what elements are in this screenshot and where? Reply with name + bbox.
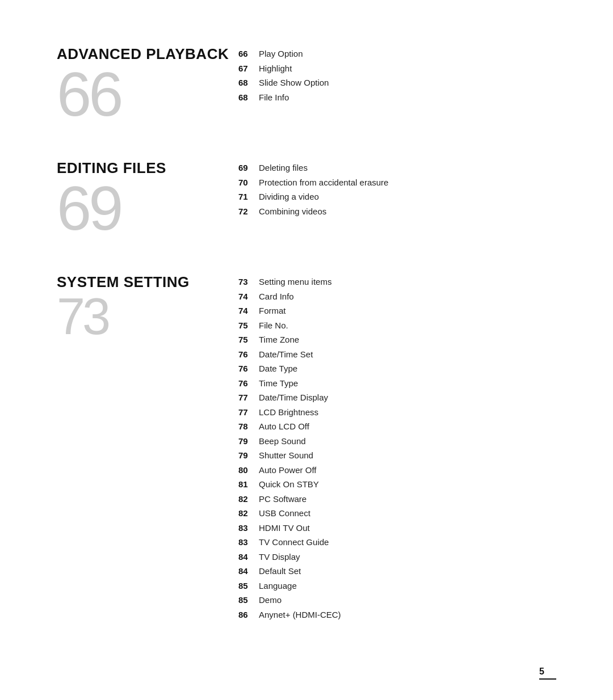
toc-num: 74: [238, 306, 259, 315]
toc-num: 79: [238, 450, 259, 460]
section-right-system-setting: 73 Setting menu items 74 Card Info 74 Fo…: [238, 273, 556, 623]
toc-text: File Info: [259, 91, 289, 104]
toc-entry: 68 Slide Show Option: [238, 77, 556, 90]
toc-text: Auto LCD Off: [259, 420, 309, 433]
toc-text: Play Option: [259, 48, 303, 61]
toc-text: Time Type: [259, 377, 298, 390]
toc-entry: 76 Date Type: [238, 362, 556, 376]
toc-num: 69: [238, 163, 259, 172]
toc-entry: 75 File No.: [238, 319, 556, 332]
toc-text: File No.: [259, 319, 288, 332]
toc-num: 85: [238, 595, 259, 605]
toc-entry: 79 Shutter Sound: [238, 449, 556, 462]
toc-text: Highlight: [259, 62, 292, 75]
toc-num: 78: [238, 421, 259, 431]
section-left-editing-files: EDITING FILES 69: [57, 159, 238, 239]
toc-num: 68: [238, 78, 259, 87]
toc-entry: 66 Play Option: [238, 48, 556, 61]
toc-num: 77: [238, 393, 259, 402]
toc-entry: 83 HDMI TV Out: [238, 522, 556, 535]
toc-text: TV Display: [259, 551, 300, 564]
section-advanced-playback: ADVANCED PLAYBACK 66 66 Play Option 67 H…: [57, 45, 556, 125]
toc-entry: 78 Auto LCD Off: [238, 420, 556, 433]
toc-text: Format: [259, 305, 286, 318]
toc-num: 83: [238, 523, 259, 533]
section-number-editing-files: 69: [57, 177, 120, 239]
toc-entry: 85 Demo: [238, 594, 556, 607]
toc-entry: 84 Default Set: [238, 565, 556, 578]
toc-text: PC Software: [259, 493, 306, 506]
section-editing-files: EDITING FILES 69 69 Deleting files 70 Pr…: [57, 159, 556, 239]
toc-text: Dividing a video: [259, 191, 319, 204]
toc-entry: 84 TV Display: [238, 551, 556, 564]
toc-text: Protection from accidental erasure: [259, 176, 388, 189]
page-number-line: [539, 678, 556, 680]
toc-entry: 76 Date/Time Set: [238, 348, 556, 361]
toc-num: 79: [238, 436, 259, 446]
toc-num: 71: [238, 192, 259, 201]
toc-entry: 82 USB Connect: [238, 507, 556, 520]
toc-num: 77: [238, 407, 259, 417]
toc-text: Anynet+ (HDMI-CEC): [259, 609, 341, 622]
toc-entry: 85 Language: [238, 580, 556, 593]
toc-num: 86: [238, 610, 259, 619]
section-right-editing-files: 69 Deleting files 70 Protection from acc…: [238, 159, 556, 220]
toc-num: 76: [238, 364, 259, 373]
toc-entry: 75 Time Zone: [238, 334, 556, 347]
toc-num: 82: [238, 494, 259, 504]
toc-text: Deleting files: [259, 162, 308, 175]
toc-text: Default Set: [259, 565, 301, 578]
section-right-advanced-playback: 66 Play Option 67 Highlight 68 Slide Sho…: [238, 45, 556, 106]
toc-entry: 71 Dividing a video: [238, 191, 556, 204]
toc-text: Date/Time Set: [259, 348, 313, 361]
toc-text: Time Zone: [259, 334, 299, 347]
toc-text: Auto Power Off: [259, 464, 316, 477]
toc-text: Shutter Sound: [259, 449, 313, 462]
toc-text-slide-show-option: Slide Show Option: [259, 77, 329, 90]
toc-text: Beep Sound: [259, 435, 306, 448]
toc-num: 73: [238, 277, 259, 286]
toc-text: HDMI TV Out: [259, 522, 310, 535]
toc-entry: 70 Protection from accidental erasure: [238, 176, 556, 189]
toc-entry: 72 Combining videos: [238, 205, 556, 218]
toc-num: 66: [238, 49, 259, 58]
toc-num: 84: [238, 552, 259, 562]
toc-num: 80: [238, 465, 259, 475]
toc-num: 67: [238, 64, 259, 73]
toc-entry: 68 File Info: [238, 91, 556, 104]
toc-entry: 67 Highlight: [238, 62, 556, 75]
toc-num: 81: [238, 479, 259, 489]
toc-text: Quick On STBY: [259, 478, 319, 491]
toc-text: TV Connect Guide: [259, 536, 329, 549]
toc-num: 76: [238, 378, 259, 388]
toc-entry: 80 Auto Power Off: [238, 464, 556, 477]
page-container: ADVANCED PLAYBACK 66 66 Play Option 67 H…: [0, 0, 613, 700]
toc-entry: 81 Quick On STBY: [238, 478, 556, 491]
toc-num: 82: [238, 508, 259, 518]
toc-entry: 76 Time Type: [238, 377, 556, 390]
toc-entry: 74 Format: [238, 305, 556, 318]
toc-text: Language: [259, 580, 297, 593]
toc-entry: 82 PC Software: [238, 493, 556, 506]
toc-num: 75: [238, 321, 259, 330]
toc-entry: 83 TV Connect Guide: [238, 536, 556, 549]
toc-text: USB Connect: [259, 507, 310, 520]
section-left-advanced-playback: ADVANCED PLAYBACK 66: [57, 45, 238, 125]
page-number-value: 5: [539, 667, 544, 676]
toc-entry: 77 LCD Brightness: [238, 406, 556, 419]
toc-num: 76: [238, 349, 259, 359]
toc-text: Date/Time Display: [259, 391, 328, 404]
toc-num: 84: [238, 566, 259, 576]
toc-text: Demo: [259, 594, 282, 607]
toc-entry: 86 Anynet+ (HDMI-CEC): [238, 609, 556, 622]
toc-text: LCD Brightness: [259, 406, 318, 419]
section-system-setting: SYSTEM SETTING 73 73 Setting menu items …: [57, 273, 556, 623]
toc-entry: 74 Card Info: [238, 290, 556, 303]
toc-entry: 79 Beep Sound: [238, 435, 556, 448]
toc-num: 74: [238, 292, 259, 301]
section-left-system-setting: SYSTEM SETTING 73: [57, 273, 238, 342]
toc-entry: 69 Deleting files: [238, 162, 556, 175]
toc-num: 83: [238, 537, 259, 547]
toc-num: 68: [238, 92, 259, 102]
toc-text: Setting menu items: [259, 276, 331, 289]
